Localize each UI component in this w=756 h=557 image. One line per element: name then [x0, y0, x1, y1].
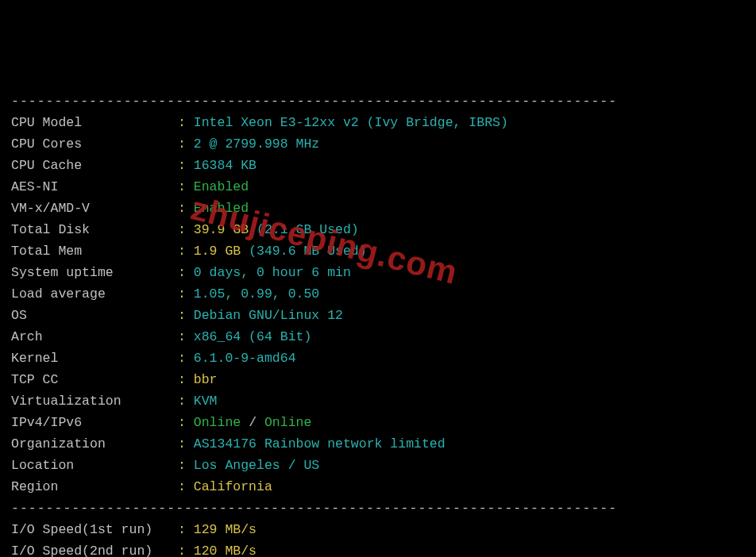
colon: :	[178, 415, 186, 430]
sys-row: Kernel: 6.1.0-9-amd64	[11, 348, 745, 369]
sys-value-part: 2 @ 2799.998 MHz	[194, 136, 319, 152]
sys-row: Load average: 1.05, 0.99, 0.50	[11, 283, 745, 305]
sys-row: OS: Debian GNU/Linux 12	[11, 305, 745, 326]
sys-label: Kernel	[11, 348, 178, 369]
sys-label: Organization	[11, 433, 178, 455]
colon: :	[178, 115, 186, 130]
sys-value-part: Intel Xeon E3-12xx v2 (Ivy Bridge, IBRS)	[194, 115, 508, 130]
colon: :	[178, 265, 186, 280]
colon: :	[178, 458, 186, 473]
sys-value-part: 1.9 GB	[194, 244, 241, 259]
sys-value-part: Enabled	[194, 201, 249, 216]
colon: :	[178, 329, 186, 344]
colon: :	[178, 286, 186, 302]
sys-label: TCP CC	[11, 369, 178, 390]
colon: :	[178, 136, 186, 152]
sys-value-part: Debian GNU/Linux 12	[194, 308, 343, 323]
io-value-part: 129 MB/s	[194, 522, 256, 537]
sys-value-part: Enabled	[194, 179, 249, 194]
sys-label: Total Mem	[11, 240, 178, 262]
io-label: I/O Speed(2nd run)	[11, 540, 178, 557]
colon: :	[178, 351, 186, 366]
sys-value-part: Los Angeles / US	[194, 458, 319, 473]
io-label: I/O Speed(1st run)	[11, 519, 178, 540]
colon: :	[178, 222, 186, 237]
colon: :	[178, 158, 186, 173]
sys-value-part: bbr	[194, 372, 218, 387]
sys-value-part: x86_64 (64 Bit)	[194, 329, 312, 344]
sys-row: VM-x/AMD-V: Enabled	[11, 198, 745, 219]
io-value-part: 120 MB/s	[194, 544, 256, 557]
sys-label: Region	[11, 476, 178, 497]
sys-row: System uptime: 0 days, 0 hour 6 min	[11, 262, 745, 283]
sys-label: Load average	[11, 283, 178, 305]
sys-label: AES-NI	[11, 176, 178, 198]
sys-value-part: /	[241, 415, 264, 430]
sys-value-part: 39.9 GB	[194, 222, 249, 237]
sys-row: TCP CC: bbr	[11, 369, 745, 390]
io-row: I/O Speed(1st run): 129 MB/s	[11, 519, 745, 540]
sys-label: System uptime	[11, 262, 178, 283]
separator-line: ----------------------------------------…	[11, 497, 745, 519]
sys-row: Virtualization: KVM	[11, 390, 745, 412]
sys-value-part: AS134176 Rainbow network limited	[194, 436, 446, 451]
colon: :	[178, 479, 186, 494]
colon: :	[178, 544, 186, 557]
colon: :	[178, 522, 186, 537]
sys-label: CPU Model	[11, 112, 178, 133]
sys-row: Organization: AS134176 Rainbow network l…	[11, 433, 745, 455]
sys-label: CPU Cache	[11, 155, 178, 176]
sys-label: IPv4/IPv6	[11, 412, 178, 433]
colon: :	[178, 394, 186, 409]
sys-label: Arch	[11, 326, 178, 348]
colon: :	[178, 372, 186, 387]
io-row: I/O Speed(2nd run): 120 MB/s	[11, 540, 745, 557]
sys-value-part: 1.05, 0.99, 0.50	[194, 286, 319, 302]
sys-value-part: 6.1.0-9-amd64	[194, 351, 296, 366]
sys-row: AES-NI: Enabled	[11, 176, 745, 198]
sys-value-part: (349.6 MB Used)	[241, 244, 366, 259]
sys-value-part: 16384 KB	[194, 158, 256, 173]
sys-value-part: Online	[194, 415, 241, 430]
sys-label: Virtualization	[11, 390, 178, 412]
sys-row: Region: California	[11, 476, 745, 497]
colon: :	[178, 179, 186, 194]
separator-line: ----------------------------------------…	[11, 90, 745, 112]
colon: :	[178, 308, 186, 323]
sys-row: IPv4/IPv6: Online / Online	[11, 412, 745, 433]
sys-value-part: Online	[264, 415, 311, 430]
colon: :	[178, 201, 186, 216]
sys-row: Total Disk: 39.9 GB (2.1 GB Used)	[11, 219, 745, 240]
sys-label: Total Disk	[11, 219, 178, 240]
sys-row: CPU Model: Intel Xeon E3-12xx v2 (Ivy Br…	[11, 112, 745, 133]
sys-value-part: 0 days, 0 hour 6 min	[194, 265, 351, 280]
sys-label: OS	[11, 305, 178, 326]
sys-label: CPU Cores	[11, 133, 178, 155]
sys-row: CPU Cache: 16384 KB	[11, 155, 745, 176]
colon: :	[178, 436, 186, 451]
sys-row: Arch: x86_64 (64 Bit)	[11, 326, 745, 348]
sys-value-part: California	[194, 479, 272, 494]
sys-row: Location: Los Angeles / US	[11, 455, 745, 476]
sys-row: Total Mem: 1.9 GB (349.6 MB Used)	[11, 240, 745, 262]
sys-value-part: KVM	[194, 394, 218, 409]
sys-label: Location	[11, 455, 178, 476]
terminal-output: ----------------------------------------…	[11, 90, 745, 557]
sys-row: CPU Cores: 2 @ 2799.998 MHz	[11, 133, 745, 155]
sys-value-part: (2.1 GB Used)	[249, 222, 359, 237]
colon: :	[178, 244, 186, 259]
sys-label: VM-x/AMD-V	[11, 198, 178, 219]
